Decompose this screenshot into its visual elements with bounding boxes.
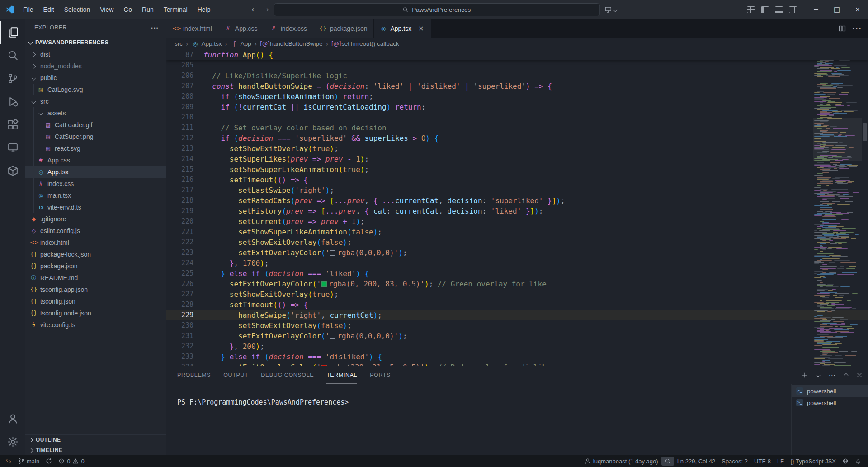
menu-run[interactable]: Run bbox=[137, 3, 159, 16]
panel-tab-debug-console[interactable]: DEBUG CONSOLE bbox=[261, 366, 314, 384]
minimize-button[interactable]: ─ bbox=[806, 0, 826, 19]
new-terminal-icon[interactable] bbox=[802, 372, 808, 378]
tree-item-main-tsx[interactable]: ◎main.tsx bbox=[25, 190, 166, 201]
terminal-session-2[interactable]: >_powershell bbox=[792, 397, 868, 409]
tree-item-src[interactable]: src bbox=[25, 95, 166, 107]
command-center-search[interactable]: PawsAndPreferences bbox=[274, 3, 600, 16]
section-timeline[interactable]: TIMELINE bbox=[25, 445, 166, 455]
panel-more-actions-icon[interactable]: ··· bbox=[829, 371, 835, 380]
code-editor[interactable]: 87function App() { 205206 // Like/Dislik… bbox=[166, 50, 868, 366]
profile-menu[interactable] bbox=[604, 6, 617, 13]
breadcrumb-src[interactable]: src bbox=[175, 40, 183, 47]
tree-item-package-lock-json[interactable]: {}package-lock.json bbox=[25, 248, 166, 260]
menu-selection[interactable]: Selection bbox=[59, 3, 95, 16]
tree-item-vite-env-d-ts[interactable]: TSvite-env.d.ts bbox=[25, 201, 166, 213]
source-control-icon[interactable] bbox=[0, 67, 25, 90]
tree-item-tsconfig-app-json[interactable]: {}tsconfig.app.json bbox=[25, 284, 166, 295]
breadcrumb-settimeout-callback[interactable]: [@]setTimeout() callback bbox=[331, 40, 399, 47]
panel-tab-terminal[interactable]: TERMINAL bbox=[326, 366, 357, 384]
tree-item-public[interactable]: public bbox=[25, 72, 166, 84]
tree-item-assets[interactable]: assets bbox=[25, 107, 166, 119]
breadcrumb-app-tsx[interactable]: ◎App.tsx bbox=[191, 40, 222, 47]
tab-app-tsx[interactable]: ◎App.tsx× bbox=[374, 19, 432, 38]
menu-edit[interactable]: Edit bbox=[38, 3, 59, 16]
breadcrumb-handlebuttonswipe[interactable]: [@]handleButtonSwipe bbox=[260, 40, 322, 47]
code-text: }, 200); bbox=[203, 341, 264, 352]
sync-button[interactable] bbox=[42, 456, 55, 466]
terminal-view[interactable]: PS F:\ProgrammingCodes\PawsAndPreference… bbox=[166, 384, 791, 455]
tab-index-html[interactable]: <>index.html bbox=[166, 19, 218, 38]
extensions-icon[interactable] bbox=[0, 113, 25, 136]
tab-package-json[interactable]: {}package.json bbox=[313, 19, 374, 38]
menu-terminal[interactable]: Terminal bbox=[159, 3, 193, 16]
project-section-header[interactable]: PAWSANDPREFERENCES bbox=[25, 36, 166, 48]
notifications-item[interactable] bbox=[852, 456, 864, 466]
split-editor-icon[interactable] bbox=[839, 25, 846, 32]
tree-item-eslint-config-js[interactable]: ◇eslint.config.js bbox=[25, 225, 166, 237]
close-tab-icon[interactable]: × bbox=[417, 24, 425, 33]
run-and-debug-icon[interactable] bbox=[0, 90, 25, 113]
toggle-secondary-sidebar-icon[interactable] bbox=[789, 6, 797, 13]
cursor-position[interactable]: Ln 229, Col 42 bbox=[674, 456, 719, 466]
explorer-icon[interactable] bbox=[0, 21, 25, 44]
tree-item-app-css[interactable]: #App.css bbox=[25, 154, 166, 166]
zoom-item[interactable] bbox=[661, 457, 674, 466]
tree-item-app-tsx[interactable]: ◎App.tsx bbox=[25, 166, 166, 178]
scrollbar-thumb[interactable] bbox=[863, 123, 867, 141]
browser-item[interactable] bbox=[839, 456, 852, 466]
tree-item-node-modules[interactable]: node_modules bbox=[25, 60, 166, 72]
remote-indicator[interactable] bbox=[4, 456, 15, 466]
editor-more-actions-icon[interactable]: ··· bbox=[852, 24, 862, 33]
close-panel-icon[interactable] bbox=[856, 372, 863, 378]
tree-item-tsconfig-node-json[interactable]: {}tsconfig.node.json bbox=[25, 307, 166, 319]
menu-file[interactable]: File bbox=[18, 3, 38, 16]
minimap-line bbox=[813, 81, 862, 81]
search-icon[interactable] bbox=[0, 44, 25, 67]
tree-item-tsconfig-json[interactable]: {}tsconfig.json bbox=[25, 295, 166, 307]
problems-item[interactable]: 0 0 bbox=[55, 456, 87, 466]
panel-tab-output[interactable]: OUTPUT bbox=[223, 366, 248, 384]
panel-tab-ports[interactable]: PORTS bbox=[370, 366, 391, 384]
language-mode-item[interactable]: {} TypeScript JSX bbox=[787, 456, 839, 466]
tree-item-react-svg[interactable]: ▨react.svg bbox=[25, 143, 166, 154]
git-blame-item[interactable]: luqmanbeast (1 day ago) bbox=[581, 456, 661, 466]
section-outline[interactable]: OUTLINE bbox=[25, 434, 166, 445]
tree-item-package-json[interactable]: {}package.json bbox=[25, 260, 166, 272]
minimap[interactable] bbox=[813, 50, 862, 366]
history-back-icon[interactable]: ← bbox=[251, 5, 258, 14]
explorer-more-actions-icon[interactable]: ··· bbox=[151, 24, 159, 31]
tree-item-index-html[interactable]: <>index.html bbox=[25, 237, 166, 248]
tab-app-css[interactable]: #App.css bbox=[218, 19, 264, 38]
tree-item-readme-md[interactable]: ⓘREADME.md bbox=[25, 272, 166, 284]
indentation-item[interactable]: Spaces: 2 bbox=[718, 456, 751, 466]
toggle-panel-icon[interactable] bbox=[775, 6, 783, 13]
panel-tab-problems[interactable]: PROBLEMS bbox=[177, 366, 211, 384]
menu-view[interactable]: View bbox=[95, 3, 118, 16]
manage-icon[interactable] bbox=[0, 430, 25, 453]
git-branch-item[interactable]: main bbox=[15, 456, 42, 466]
tree-item-catsuper-png[interactable]: ▨CatSuper.png bbox=[25, 131, 166, 143]
encoding-item[interactable]: UTF-8 bbox=[751, 456, 774, 466]
terminal-session-1[interactable]: >_powershell bbox=[792, 385, 868, 397]
tree-item-dist[interactable]: dist bbox=[25, 48, 166, 60]
terminal-profile-dropdown-icon[interactable] bbox=[815, 374, 821, 377]
tree-item-catloader-gif[interactable]: ▨CatLoader.gif bbox=[25, 119, 166, 131]
breadcrumb-app[interactable]: ƒApp bbox=[231, 40, 251, 47]
tree-item-catlogo-svg[interactable]: ▨CatLogo.svg bbox=[25, 84, 166, 95]
close-window-button[interactable]: × bbox=[847, 0, 868, 19]
history-forward-icon[interactable]: → bbox=[263, 5, 269, 14]
eol-item[interactable]: LF bbox=[774, 456, 787, 466]
menu-go[interactable]: Go bbox=[118, 3, 137, 16]
maximize-panel-icon[interactable] bbox=[843, 374, 849, 377]
menu-help[interactable]: Help bbox=[193, 3, 216, 16]
tree-item-index-css[interactable]: #index.css bbox=[25, 178, 166, 190]
toggle-sidebar-icon[interactable] bbox=[761, 6, 769, 13]
accounts-icon[interactable] bbox=[0, 407, 25, 430]
docker-icon[interactable] bbox=[0, 159, 25, 182]
tree-item-gitignore[interactable]: ◆.gitignore bbox=[25, 213, 166, 225]
tab-index-css[interactable]: #index.css bbox=[264, 19, 313, 38]
customize-layout-icon[interactable] bbox=[747, 6, 755, 13]
tree-item-vite-config-ts[interactable]: ϟvite.config.ts bbox=[25, 319, 166, 331]
maximize-button[interactable]: □ bbox=[826, 0, 847, 19]
remote-explorer-icon[interactable] bbox=[0, 136, 25, 159]
